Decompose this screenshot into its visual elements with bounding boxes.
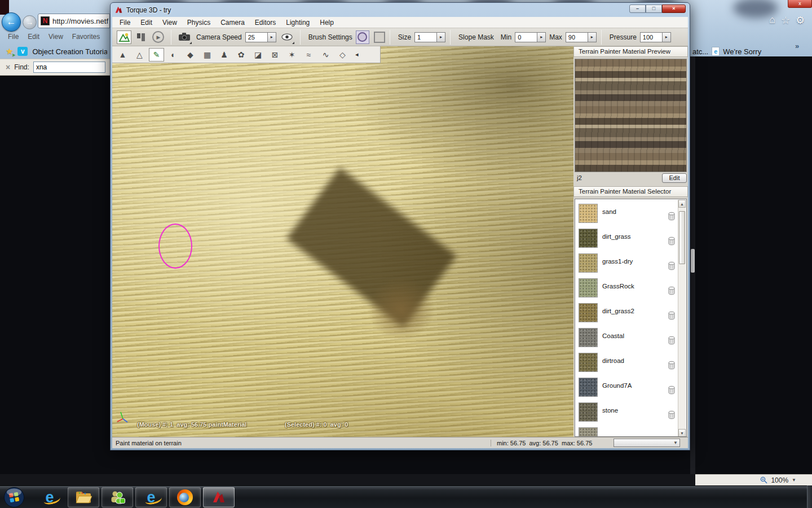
- favorites-star-icon[interactable]: ☆: [781, 14, 790, 27]
- path-tool-icon[interactable]: ∿: [318, 48, 333, 62]
- add-favorite-icon[interactable]: ★: [6, 46, 13, 56]
- layout-columns-icon[interactable]: [134, 30, 148, 44]
- material-thumbnail[interactable]: [579, 204, 598, 223]
- browser-menu-file[interactable]: File: [8, 33, 19, 41]
- material-item-dirtroad[interactable]: dirtroad: [575, 353, 677, 376]
- river-tool-icon[interactable]: ≈: [301, 48, 316, 62]
- address-bar[interactable]: N http://movies.netf: [38, 14, 110, 28]
- browser-back-button[interactable]: ←: [2, 12, 21, 32]
- camera-icon[interactable]: [177, 30, 192, 44]
- taskbar-firefox[interactable]: [169, 487, 201, 507]
- maximize-button[interactable]: □: [646, 5, 662, 13]
- delete-material-icon[interactable]: [668, 311, 676, 321]
- material-item-stone[interactable]: stone: [575, 402, 677, 426]
- play-button[interactable]: ▶: [151, 30, 165, 44]
- menu-help[interactable]: Help: [315, 19, 339, 27]
- delete-material-icon[interactable]: [668, 212, 676, 221]
- material-item-dirt-grass[interactable]: dirt_grass: [575, 229, 677, 252]
- adjust-height-tool-icon[interactable]: ▲: [115, 48, 130, 62]
- taskbar-explorer[interactable]: [68, 487, 99, 507]
- delete-material-icon[interactable]: [668, 237, 676, 246]
- material-thumbnail[interactable]: [579, 328, 598, 347]
- browser-menu-view[interactable]: View: [48, 33, 63, 41]
- visibility-eye-icon[interactable]: [280, 30, 294, 44]
- material-item-sand[interactable]: sand: [575, 204, 677, 227]
- material-thumbnail[interactable]: [579, 353, 598, 372]
- status-combobox[interactable]: ▼: [614, 439, 680, 447]
- menu-view[interactable]: View: [157, 19, 182, 27]
- material-item-coastal[interactable]: Coastal: [575, 328, 677, 352]
- start-button[interactable]: [3, 487, 25, 508]
- browser-close-button[interactable]: x: [788, 0, 812, 8]
- browser-scrollbar[interactable]: [690, 56, 695, 474]
- favorite-link-partial[interactable]: atc...: [692, 47, 708, 56]
- material-thumbnail[interactable]: [579, 229, 598, 248]
- menu-lighting[interactable]: Lighting: [281, 19, 315, 27]
- zoom-dropdown-icon[interactable]: ▼: [792, 478, 796, 483]
- slope-max-spinner[interactable]: 90 ▸: [566, 32, 597, 42]
- delete-material-icon[interactable]: [668, 286, 676, 296]
- taskbar-messenger[interactable]: [102, 487, 133, 507]
- browser-scrollbar-thumb[interactable]: [691, 249, 695, 273]
- material-thumbnail[interactable]: [579, 402, 598, 422]
- scroll-up-icon[interactable]: ▲: [678, 200, 686, 208]
- set-height-tool-icon[interactable]: △: [132, 48, 147, 62]
- material-item-grass1-dry[interactable]: grass1-dry: [575, 253, 677, 277]
- browser-menu-favorites[interactable]: Favorites: [72, 33, 100, 41]
- torque-titlebar[interactable]: Torque 3D - try – □ ×: [111, 3, 690, 17]
- delete-material-icon[interactable]: [668, 386, 676, 395]
- menu-physics[interactable]: Physics: [182, 19, 215, 27]
- delete-material-icon[interactable]: [668, 261, 676, 271]
- material-thumbnail[interactable]: [579, 303, 598, 322]
- material-list-scrollbar[interactable]: ▲ ▼: [678, 200, 686, 437]
- paint-material-tool-icon[interactable]: ✎: [149, 48, 164, 62]
- terrain-viewport[interactable]: ▲ △ ✎ ◐ ◆ ▦ ♟ ✿ ◪ ⊠ ✶ ≈ ∿ ◇ ◂: [112, 46, 573, 437]
- favorites-overflow-chevron[interactable]: »: [795, 42, 799, 50]
- decal-tool-icon[interactable]: ✶: [284, 48, 299, 62]
- close-button[interactable]: ×: [662, 5, 686, 13]
- browser-zoom-control[interactable]: 100% ▼: [695, 474, 812, 485]
- taskbar-ie-pinned[interactable]: e: [34, 487, 65, 507]
- edit-material-button[interactable]: Edit: [662, 173, 687, 183]
- size-spinner[interactable]: 1 ▸: [414, 32, 445, 42]
- material-item-ground7a[interactable]: Ground7A: [575, 378, 677, 401]
- stamp-tool-icon[interactable]: ♟: [217, 48, 232, 62]
- menu-edit[interactable]: Edit: [135, 19, 157, 27]
- smooth-tool-icon[interactable]: ◐: [166, 48, 181, 62]
- material-list[interactable]: sand dirt_grass: [575, 199, 687, 437]
- material-thumbnail[interactable]: [579, 278, 598, 297]
- delete-material-icon[interactable]: [668, 361, 676, 370]
- scroll-down-icon[interactable]: ▼: [678, 429, 686, 437]
- address-url[interactable]: http://movies.netf: [52, 17, 108, 25]
- browser-menu-edit[interactable]: Edit: [28, 33, 39, 41]
- pressure-spinner[interactable]: 100 ▸: [640, 32, 671, 42]
- find-close-icon[interactable]: ×: [6, 63, 10, 72]
- find-input[interactable]: [33, 62, 105, 73]
- menu-editors[interactable]: Editors: [250, 19, 281, 27]
- minimize-button[interactable]: –: [629, 5, 646, 13]
- camera-speed-spinner[interactable]: 25 ▸: [245, 32, 276, 42]
- collapse-arrow-icon[interactable]: ◂: [355, 51, 359, 58]
- road-tool-icon[interactable]: ◪: [250, 48, 266, 62]
- favorite-link-were-sorry[interactable]: We're Sorry: [723, 47, 761, 56]
- brush-circle-button[interactable]: [356, 30, 369, 44]
- delete-material-icon[interactable]: [668, 410, 676, 420]
- show-desktop-button[interactable]: [807, 485, 812, 508]
- scrollbar-thumb[interactable]: [679, 211, 685, 264]
- taskbar-ie-window[interactable]: e: [135, 487, 167, 507]
- foliage-tool-icon[interactable]: ✿: [233, 48, 249, 62]
- material-thumbnail[interactable]: [579, 253, 598, 273]
- menu-camera[interactable]: Camera: [215, 19, 250, 27]
- material-thumbnail[interactable]: [579, 427, 598, 437]
- brush-square-button[interactable]: [374, 32, 385, 43]
- slope-min-spinner[interactable]: 0 ▸: [515, 32, 546, 42]
- select-tool-icon[interactable]: ⊠: [267, 48, 283, 62]
- terrain-editor-icon[interactable]: [117, 30, 131, 44]
- home-icon[interactable]: ⌂: [769, 14, 775, 27]
- delete-material-icon[interactable]: [668, 336, 676, 345]
- material-item-grassrock[interactable]: GrassRock: [575, 278, 677, 302]
- material-thumbnail[interactable]: [579, 378, 598, 397]
- taskbar-torque-active[interactable]: [203, 487, 235, 507]
- favorite-link-tutorial[interactable]: Object Creation Tutorial S: [32, 47, 107, 56]
- material-item-partial[interactable]: [575, 427, 677, 437]
